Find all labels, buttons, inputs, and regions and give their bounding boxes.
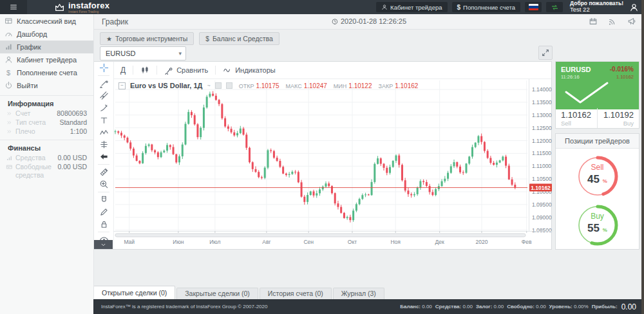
sidebar-item-2[interactable]: График (0, 41, 93, 53)
footer-stat: Баланс: 0.00 (400, 304, 431, 309)
buy-quote-button[interactable]: 1.10192 Buy (597, 108, 639, 128)
symbol-select[interactable]: EURUSD ▾ (100, 46, 186, 60)
info-row-value: 1:100 (70, 127, 87, 136)
chevrons-icon (6, 110, 13, 117)
legend-style-icon[interactable] (215, 82, 222, 89)
sidebar-menu: Классический видДашбордГрафикКабинет тре… (0, 14, 93, 92)
drawing-lock-icon[interactable] (94, 206, 113, 218)
quote-card[interactable]: EURUSD -0.016% 11:26:16 1.10162 1.10162 … (555, 61, 639, 129)
sidebar-item-4[interactable]: $Пополнение счета (0, 66, 93, 79)
bottom-tab-1[interactable]: Закрытые сделки (0) (176, 288, 258, 299)
finance-section-title: Финансы (0, 143, 93, 154)
drawing-toolbar (94, 62, 114, 249)
quote-card-header: EURUSD -0.016% 11:26:16 1.10162 (556, 62, 639, 109)
dashboard-icon (5, 30, 13, 38)
indicators-button[interactable]: Индикаторы (216, 62, 283, 78)
trendline-icon[interactable] (94, 77, 113, 89)
ruler-icon[interactable] (94, 166, 113, 178)
svg-text:1.11500: 1.11500 (532, 150, 551, 156)
person-icon (381, 4, 388, 10)
bottom-tab-2[interactable]: История счета (0) (260, 288, 332, 299)
info-row-label: Счет (15, 109, 30, 118)
interval-button[interactable]: Д (113, 62, 133, 78)
info-section-title: Информация (0, 98, 93, 109)
forecast-icon[interactable] (94, 138, 113, 151)
toolbar-separator (98, 192, 109, 192)
dollar-icon: $ (457, 4, 461, 11)
legend-collapse-icon[interactable]: − (118, 82, 126, 89)
footer-stat: Средства: 0.00 (435, 304, 473, 309)
page-title: График (102, 17, 128, 26)
menu-icon (9, 3, 18, 12)
svg-text:Дек: Дек (435, 239, 444, 245)
crosshair-icon[interactable] (94, 62, 113, 74)
chart-icon (5, 42, 13, 51)
footer-profit-label: Прибыль: (592, 304, 618, 309)
toolbar-separator (98, 232, 109, 232)
currency-exchange-icon (551, 3, 559, 12)
svg-text:1.09500: 1.09500 (532, 201, 552, 208)
rss-icon[interactable] (608, 17, 617, 26)
announcement-icon[interactable] (627, 17, 636, 26)
sell-quote-button[interactable]: 1.10162 Sell (556, 108, 597, 128)
candlestick-chart[interactable]: 1.140001.135001.130001.125001.120001.115… (113, 79, 553, 250)
wave-icon (223, 66, 232, 75)
person-icon (5, 55, 13, 64)
language-flag-button[interactable] (525, 2, 542, 12)
svg-text:1.08500: 1.08500 (532, 227, 552, 234)
svg-text:1.12000: 1.12000 (532, 138, 552, 144)
toolbar-button-label: Торговые инструменты (115, 35, 187, 42)
positions-panel-title: Позиции трейдеров (556, 134, 639, 149)
sell-percent-sign: % (603, 178, 607, 184)
sell-label: Sell (561, 120, 592, 127)
menu-toggle-button[interactable] (0, 0, 27, 14)
fullscreen-button[interactable] (538, 46, 553, 60)
footer-stat: Залог: 0.00 (476, 304, 504, 309)
sidebar-item-0[interactable]: Классический вид (0, 15, 93, 28)
bottom-tab-3[interactable]: Журнал (3) (333, 288, 384, 299)
chevron-down-icon: ▾ (178, 47, 182, 60)
close-label: ЗАКР (378, 83, 393, 89)
legend-dash: ~ (207, 82, 210, 89)
svg-text:Июн: Июн (173, 239, 184, 245)
chart-widget: Д Сравнить Индикаторы 1.140001.135001.13… (93, 61, 552, 250)
main-header: График 2020-01-28 12:26:25 (93, 14, 644, 30)
info-row-value: 80800693 (57, 109, 87, 118)
top-navbar: instaforex Instant Forex Trading Кабинет… (0, 0, 644, 14)
bottom-tab-0[interactable]: Открытые сделки (0) (93, 286, 175, 299)
toolbar-button-label: Баланс и Средства (213, 35, 273, 42)
legend-settings-icon[interactable] (226, 82, 232, 89)
sidebar-info-row: Свободные средства0.00 USD (0, 163, 93, 180)
brush-icon[interactable] (94, 102, 113, 114)
sidebar-info-row: Счет80800693 (0, 109, 93, 118)
trade-instruments-button[interactable]: ★Торговые инструменты (100, 32, 194, 45)
sidebar-item-1[interactable]: Дашборд (0, 28, 93, 41)
compare-button[interactable]: Сравнить (157, 62, 215, 78)
magnet-icon[interactable] (94, 194, 113, 206)
deposit-button[interactable]: $ Пополнение счета (452, 2, 521, 12)
trader-cabinet-button[interactable]: Кабинет трейдера (376, 2, 447, 12)
fib-icon[interactable] (94, 89, 113, 102)
balance-funds-button[interactable]: $Баланс и Средства (199, 32, 279, 45)
sidebar-item-5[interactable]: Выйти (0, 79, 93, 92)
footer: InstaForex™ is a registered trademark of… (93, 299, 644, 314)
chart-type-button[interactable] (133, 62, 156, 78)
collapse-toolbar-button[interactable] (94, 240, 113, 249)
sparkline-check-icon (561, 79, 625, 106)
info-row-label: Плечо (15, 127, 35, 136)
sidebar-item-3[interactable]: Кабинет трейдера (0, 53, 93, 66)
info-row-label: Тип счета (15, 118, 46, 127)
buy-gauge: Buy 55 % (575, 203, 620, 248)
lock-icon[interactable] (94, 218, 113, 230)
text-icon[interactable] (94, 114, 113, 126)
currency-exchange-button[interactable] (546, 2, 563, 12)
arrow-icon[interactable] (94, 151, 113, 163)
xabcd-pattern-icon[interactable] (94, 126, 113, 138)
instaforex-logo-icon (54, 2, 65, 13)
calendar-icon[interactable] (589, 17, 598, 26)
zoom-in-icon[interactable] (94, 178, 113, 190)
user-avatar[interactable] (629, 3, 639, 12)
page-scrollbar[interactable] (641, 0, 644, 314)
brand-logo[interactable]: instaforex Instant Forex Trading (54, 1, 109, 14)
power-icon (5, 81, 13, 89)
